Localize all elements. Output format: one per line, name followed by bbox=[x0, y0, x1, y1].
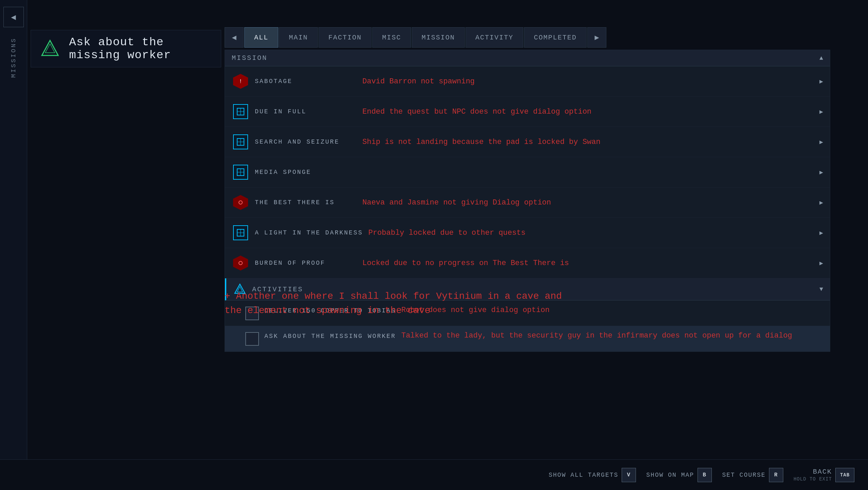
mission-note-sabotage: David Barron not spawning bbox=[362, 77, 814, 86]
show-all-targets-label: SHOW ALL TARGETS bbox=[548, 472, 618, 478]
tab-main[interactable]: MAIN bbox=[279, 27, 318, 48]
activities-chevron: ▼ bbox=[819, 286, 823, 293]
show-all-targets-key[interactable]: V bbox=[622, 468, 636, 482]
show-all-targets-action: SHOW ALL TARGETS V bbox=[548, 468, 636, 482]
light-darkness-icon bbox=[232, 224, 249, 242]
back-label: BACK bbox=[813, 468, 832, 476]
quest-header-panel: Ask about the missing worker bbox=[31, 30, 221, 67]
tab-faction[interactable]: FACTION bbox=[318, 27, 372, 48]
search-seizure-icon bbox=[232, 133, 249, 151]
mission-name-burden-of-proof: BURDEN OF PROOF bbox=[255, 260, 357, 266]
back-sublabel: HOLD TO EXIT bbox=[793, 476, 832, 482]
mission-note-best-there-is: Naeva and Jasmine not giving Dialog opti… bbox=[362, 198, 814, 207]
mission-row-burden-of-proof[interactable]: BURDEN OF PROOF Locked due to no progres… bbox=[225, 248, 830, 278]
tab-all[interactable]: ALL bbox=[244, 27, 278, 48]
tab-misc[interactable]: MISC bbox=[372, 27, 411, 48]
sidebar-nav-button[interactable]: ◀ bbox=[3, 7, 24, 27]
mission-row-light-darkness[interactable]: A LIGHT IN THE DARKNESS Probably locked … bbox=[225, 218, 830, 248]
quest-title: Ask about the missing worker bbox=[69, 36, 213, 62]
show-on-map-key[interactable]: B bbox=[698, 468, 712, 482]
mission-row-sabotage[interactable]: ! SABOTAGE David Barron not spawning ▶ bbox=[225, 66, 830, 97]
mission-row-best-there-is[interactable]: THE BEST THERE IS Naeva and Jasmine not … bbox=[225, 187, 830, 218]
mission-section-chevron: ▲ bbox=[819, 55, 823, 62]
mission-row-media-sponge[interactable]: MEDIA SPONGE ▶ bbox=[225, 157, 830, 187]
media-sponge-icon bbox=[232, 163, 249, 181]
tab-nav-right[interactable]: ▶ bbox=[587, 27, 606, 48]
sidebar: ◀ MISSIONS bbox=[0, 0, 27, 490]
mission-name-search-seizure: SEARCH AND SEIZURE bbox=[255, 138, 357, 145]
mission-row-due-in-full[interactable]: DUE IN FULL Ended the quest but NPC does… bbox=[225, 97, 830, 127]
tab-mission[interactable]: MISSION bbox=[412, 27, 465, 48]
mission-name-media-sponge: MEDIA SPONGE bbox=[255, 169, 357, 176]
tab-bar: ◀ ALL MAIN FACTION MISC MISSION ACTIVITY… bbox=[225, 27, 830, 48]
mission-note-light-darkness: Probably locked due to other quests bbox=[368, 229, 814, 237]
mission-arrow-best-there-is: ▶ bbox=[819, 199, 823, 206]
svg-point-12 bbox=[239, 201, 242, 204]
svg-text:!: ! bbox=[239, 79, 242, 85]
sabotage-icon: ! bbox=[232, 72, 249, 90]
mission-section-header: MISSION ▲ bbox=[225, 50, 830, 66]
mission-note-due-in-full: Ended the quest but NPC does not give di… bbox=[362, 108, 814, 116]
set-course-key[interactable]: R bbox=[769, 468, 783, 482]
quest-icon bbox=[39, 38, 61, 60]
due-in-full-icon bbox=[232, 103, 249, 120]
mission-section-label: MISSION bbox=[232, 54, 267, 62]
mission-note-search-seizure: Ship is not landing because the pad is l… bbox=[362, 138, 814, 146]
mission-arrow-sabotage: ▶ bbox=[819, 78, 823, 85]
set-course-action: SET COURSE R bbox=[722, 468, 783, 482]
show-on-map-label: SHOW ON MAP bbox=[646, 472, 694, 478]
set-course-label: SET COURSE bbox=[722, 472, 766, 478]
tab-activity[interactable]: ACTIVITY bbox=[465, 27, 523, 48]
activity-name-ask-missing-worker: ASK ABOUT THE MISSING WORKER bbox=[264, 333, 396, 340]
mission-name-due-in-full: DUE IN FULL bbox=[255, 108, 357, 115]
svg-marker-1 bbox=[45, 44, 55, 53]
activity-note-ask-missing-worker: Talked to the lady, but the security guy… bbox=[401, 331, 823, 340]
mission-name-best-there-is: THE BEST THERE IS bbox=[255, 199, 357, 206]
extra-note: + Another one where I shall look for Vyt… bbox=[225, 289, 565, 318]
ask-missing-worker-checkbox[interactable] bbox=[245, 332, 259, 346]
back-action: BACK HOLD TO EXIT TAB bbox=[793, 468, 854, 482]
mission-arrow-burden-of-proof: ▶ bbox=[819, 259, 823, 267]
sidebar-label: MISSIONS bbox=[10, 37, 17, 78]
mission-name-light-darkness: A LIGHT IN THE DARKNESS bbox=[255, 229, 363, 236]
tab-completed[interactable]: COMPLETED bbox=[524, 27, 587, 48]
mission-arrow-media-sponge: ▶ bbox=[819, 168, 823, 176]
mission-name-sabotage: SABOTAGE bbox=[255, 78, 357, 85]
burden-of-proof-icon bbox=[232, 254, 249, 272]
bottom-bar: SHOW ALL TARGETS V SHOW ON MAP B SET COU… bbox=[0, 459, 868, 490]
activity-row-ask-missing-worker[interactable]: ASK ABOUT THE MISSING WORKER Talked to t… bbox=[225, 326, 830, 352]
mission-arrow-due-in-full: ▶ bbox=[819, 108, 823, 115]
mission-arrow-light-darkness: ▶ bbox=[819, 229, 823, 236]
svg-marker-0 bbox=[42, 40, 58, 55]
best-there-is-icon bbox=[232, 194, 249, 211]
mission-note-burden-of-proof: Locked due to no progress on The Best Th… bbox=[362, 259, 814, 267]
svg-point-16 bbox=[239, 261, 242, 265]
back-key[interactable]: TAB bbox=[835, 468, 854, 482]
show-on-map-action: SHOW ON MAP B bbox=[646, 468, 712, 482]
mission-row-search-seizure[interactable]: SEARCH AND SEIZURE Ship is not landing b… bbox=[225, 127, 830, 157]
mission-arrow-search-seizure: ▶ bbox=[819, 138, 823, 146]
tab-nav-left[interactable]: ◀ bbox=[225, 27, 244, 48]
